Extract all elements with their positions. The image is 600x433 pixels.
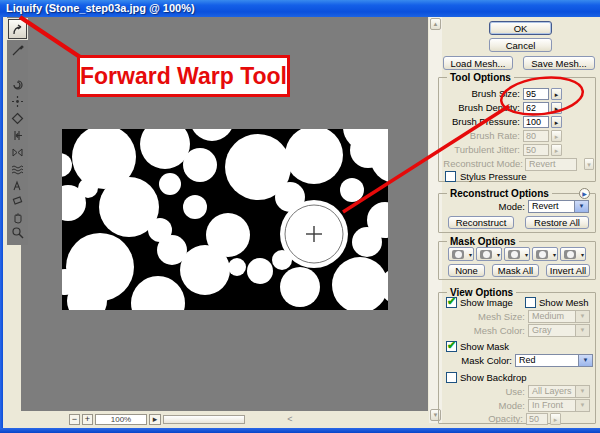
zoom-in-button[interactable]: + bbox=[82, 414, 93, 425]
mask-options-title: Mask Options bbox=[447, 236, 519, 247]
flyout-arrow-icon[interactable]: ▶ bbox=[579, 188, 590, 199]
add-to-selection-button[interactable]: ▾ bbox=[476, 247, 502, 261]
tool-options-group: Tool Options Brush Size: 95 ▸ Brush Dens… bbox=[438, 77, 596, 182]
use-label: Use: bbox=[439, 386, 525, 398]
intersect-selection-icon bbox=[536, 250, 548, 259]
dropdown-arrow-icon: ▼ bbox=[575, 386, 589, 397]
thaw-mask-icon bbox=[11, 194, 24, 207]
reconstruct-button[interactable]: Reconstruct bbox=[448, 216, 514, 229]
invert-all-button[interactable]: Invert All bbox=[546, 264, 590, 277]
mesh-color-dropdown: Gray ▼ bbox=[528, 324, 590, 337]
mask-all-button[interactable]: Mask All bbox=[492, 264, 539, 277]
twirl-icon bbox=[11, 78, 24, 91]
options-panel: OK Cancel Load Mesh... Save Mesh... Tool… bbox=[438, 17, 600, 428]
push-left-icon bbox=[11, 129, 24, 142]
pucker-icon bbox=[11, 95, 24, 108]
forward-warp-icon bbox=[11, 23, 24, 36]
show-mesh-label: Show Mesh bbox=[539, 297, 589, 309]
bloat-tool-button[interactable] bbox=[8, 111, 27, 126]
add-to-selection-icon bbox=[480, 250, 492, 259]
hand-icon bbox=[11, 211, 24, 224]
check-icon: ✔ bbox=[447, 339, 456, 352]
mask-options-group: Mask Options ▾ ▾ ▾ ▾ ▾ None Mask All Inv… bbox=[438, 241, 596, 280]
dropdown-arrow-icon[interactable]: ▼ bbox=[574, 201, 588, 212]
annotation-callout: Forward Warp Tool bbox=[77, 55, 290, 97]
save-mesh-button[interactable]: Save Mesh... bbox=[523, 56, 595, 70]
turbulent-jitter-field: 50 bbox=[523, 144, 549, 156]
mask-color-dropdown[interactable]: Red ▼ bbox=[515, 354, 593, 367]
ok-button[interactable]: OK bbox=[489, 21, 552, 35]
mirror-icon bbox=[11, 146, 24, 159]
tool-options-title: Tool Options bbox=[447, 72, 514, 83]
dropdown-arrow-icon: ▼ bbox=[575, 311, 589, 322]
window-border-bottom bbox=[0, 428, 600, 433]
brush-size-field[interactable]: 95 bbox=[523, 88, 549, 100]
brush-pressure-spinner[interactable]: ▸ bbox=[551, 116, 562, 128]
show-mask-label: Show Mask bbox=[460, 341, 509, 353]
zoom-out-button[interactable]: − bbox=[69, 414, 80, 425]
show-mesh-checkbox[interactable] bbox=[525, 297, 536, 308]
brush-density-spinner[interactable]: ▸ bbox=[551, 102, 562, 114]
subtract-from-selection-icon bbox=[508, 250, 520, 259]
show-backdrop-checkbox[interactable] bbox=[446, 372, 457, 383]
check-icon: ✔ bbox=[447, 295, 456, 308]
load-mesh-button[interactable]: Load Mesh... bbox=[443, 56, 513, 70]
scroll-left-arrow[interactable]: < bbox=[285, 414, 295, 425]
reconstruct-mode-select[interactable]: Revert ▼ bbox=[528, 200, 589, 213]
brush-size-spinner[interactable]: ▸ bbox=[551, 88, 562, 100]
invert-selection-button[interactable]: ▾ bbox=[560, 247, 586, 261]
opacity-field: 50 bbox=[526, 413, 548, 425]
zoom-tool-button[interactable] bbox=[8, 225, 27, 240]
mask-none-button[interactable]: None bbox=[448, 264, 485, 277]
reconstruct-tool-button[interactable] bbox=[8, 43, 27, 58]
zoom-popup-arrow[interactable]: ▸ bbox=[149, 414, 161, 425]
dropdown-arrow-icon: ▼ bbox=[575, 400, 589, 411]
freeze-mask-tool-button[interactable] bbox=[8, 178, 27, 193]
brush-density-label: Brush Density: bbox=[439, 102, 520, 114]
mask-color-label: Mask Color: bbox=[439, 355, 512, 367]
cancel-button[interactable]: Cancel bbox=[489, 38, 552, 52]
mesh-size-label: Mesh Size: bbox=[439, 311, 525, 323]
forward-warp-tool-button[interactable] bbox=[8, 19, 27, 39]
backdrop-mode-label: Mode: bbox=[439, 400, 525, 412]
mesh-size-dropdown: Medium ▼ bbox=[528, 310, 590, 323]
reconstruct-mode-label: Reconstruct Mode: bbox=[439, 158, 523, 170]
dropdown-arrow-icon[interactable]: ▼ bbox=[578, 355, 592, 366]
stylus-pressure-checkbox[interactable] bbox=[445, 171, 456, 182]
brush-rate-label: Brush Rate: bbox=[439, 130, 520, 142]
twirl-clockwise-tool-button[interactable] bbox=[8, 77, 27, 92]
show-image-checkbox[interactable]: ✔ bbox=[446, 297, 457, 308]
show-mask-checkbox[interactable]: ✔ bbox=[446, 341, 457, 352]
liquify-canvas[interactable] bbox=[62, 129, 388, 310]
turbulence-tool-button[interactable] bbox=[8, 162, 27, 177]
pucker-tool-button[interactable] bbox=[8, 94, 27, 109]
title-bar[interactable]: Liquify (Stone_step03a.jpg @ 100%) bbox=[0, 0, 600, 17]
zoom-icon bbox=[11, 226, 24, 239]
mesh-color-label: Mesh Color: bbox=[439, 325, 525, 337]
intersect-selection-button[interactable]: ▾ bbox=[532, 247, 558, 261]
brush-pressure-field[interactable]: 100 bbox=[523, 116, 549, 128]
freeze-mask-icon bbox=[11, 179, 24, 192]
reconstruct-mode-dropdown: Revert bbox=[525, 158, 577, 171]
invert-selection-icon bbox=[564, 250, 576, 259]
thaw-mask-tool-button[interactable] bbox=[8, 193, 27, 208]
restore-all-button[interactable]: Restore All bbox=[525, 216, 589, 229]
liquify-dialog: Liquify (Stone_step03a.jpg @ 100%) bbox=[0, 0, 600, 433]
subtract-from-selection-button[interactable]: ▾ bbox=[504, 247, 530, 261]
backdrop-mode-dropdown: In Front ▼ bbox=[528, 399, 590, 412]
preview-scroll-track[interactable] bbox=[163, 415, 245, 424]
show-backdrop-label: Show Backdrop bbox=[460, 372, 527, 384]
brush-density-field[interactable]: 62 bbox=[523, 102, 549, 114]
push-left-tool-button[interactable] bbox=[8, 128, 27, 143]
annotation-callout-text: Forward Warp Tool bbox=[80, 63, 287, 90]
bloat-icon bbox=[11, 112, 24, 125]
reconstruct-brush-icon bbox=[11, 44, 24, 57]
brush-rate-field: 80 bbox=[523, 130, 549, 142]
dropdown-arrow-icon: ▼ bbox=[575, 325, 589, 336]
brush-rate-spinner: ▸ bbox=[551, 130, 562, 142]
view-options-group: View Options ✔ Show Image Show Mesh Mesh… bbox=[438, 292, 596, 424]
hand-tool-button[interactable] bbox=[8, 210, 27, 225]
replace-selection-button[interactable]: ▾ bbox=[448, 247, 474, 261]
zoom-level-field[interactable]: 100% bbox=[95, 414, 147, 425]
mirror-tool-button[interactable] bbox=[8, 145, 27, 160]
